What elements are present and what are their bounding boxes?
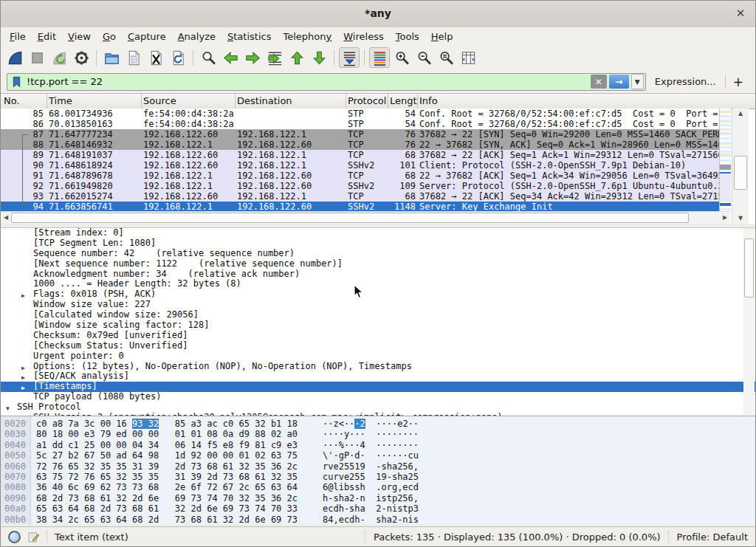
expression-button[interactable]: Expression... bbox=[651, 76, 720, 87]
detail-line[interactable]: ▶[Timestamps] bbox=[1, 382, 755, 392]
scroll-right-icon[interactable]: ▶ bbox=[720, 212, 730, 224]
column-header-length[interactable]: Length bbox=[390, 95, 417, 106]
hex-row[interactable]: 009068 2d 73 68 61 32 2d 6e 69 73 74 70 … bbox=[1, 493, 755, 503]
scroll-left-icon[interactable]: ◀ bbox=[1, 212, 11, 224]
go-forward-button[interactable] bbox=[242, 47, 263, 68]
hex-row[interactable]: 007063 75 72 76 65 32 35 35 31 39 2d 73 … bbox=[1, 472, 755, 482]
filter-clear-button[interactable]: ✕ bbox=[591, 75, 607, 89]
menu-file[interactable]: File bbox=[4, 30, 32, 44]
detail-scroll-thumb[interactable] bbox=[744, 238, 754, 297]
menu-analyze[interactable]: Analyze bbox=[172, 30, 221, 44]
packet-list-hscrollbar[interactable]: ◀ ▶ bbox=[1, 211, 730, 224]
hex-row[interactable]: 0040a1 dd c1 25 00 00 04 34 06 14 f5 e8 … bbox=[1, 440, 755, 450]
colorize-button[interactable] bbox=[369, 47, 390, 68]
go-last-button[interactable] bbox=[309, 47, 329, 68]
packet-row[interactable]: 9371.662015274192.168.122.60192.168.122.… bbox=[1, 191, 720, 202]
zoom-out-button[interactable] bbox=[413, 47, 434, 68]
detail-line[interactable]: [Calculated window size: 29056] bbox=[1, 310, 755, 320]
autoscroll-icon bbox=[341, 49, 358, 66]
hex-row[interactable]: 003080 18 00 e3 79 ed 00 00 01 01 08 0a … bbox=[1, 429, 755, 439]
close-button[interactable]: ✕ bbox=[733, 7, 748, 20]
filter-text[interactable]: !tcp.port == 22 bbox=[27, 76, 588, 87]
detail-line[interactable]: Urgent pointer: 0 bbox=[1, 351, 755, 362]
menu-go[interactable]: Go bbox=[97, 30, 122, 44]
reload-file-button[interactable] bbox=[168, 47, 188, 68]
intelligent-scrollbar-minimap[interactable] bbox=[719, 109, 731, 212]
column-header-no[interactable]: No. bbox=[4, 95, 20, 106]
vscroll-thumb[interactable] bbox=[734, 156, 747, 190]
packet-row[interactable]: 8771.647777234192.168.122.60192.168.122.… bbox=[1, 129, 720, 140]
column-header-time[interactable]: Time bbox=[49, 95, 72, 106]
go-to-packet-button[interactable] bbox=[264, 47, 285, 68]
hex-row[interactable]: 008036 40 6c 69 62 73 73 68 2e 6f 72 67 … bbox=[1, 482, 755, 492]
capture-options-button[interactable] bbox=[71, 47, 92, 68]
detail-line[interactable]: [Next sequence number: 1122 (relative se… bbox=[1, 259, 755, 269]
packet-row[interactable]: 9171.648789678192.168.122.1192.168.122.6… bbox=[1, 171, 720, 181]
packet-row[interactable]: 8971.648191037192.168.122.60192.168.122.… bbox=[1, 150, 720, 160]
zoom-original-button[interactable] bbox=[436, 47, 456, 68]
detail-line[interactable]: ▶Flags: 0x018 (PSH, ACK) bbox=[1, 289, 755, 300]
hex-row[interactable]: 00a065 63 64 68 2d 73 68 61 32 2d 6e 69 … bbox=[1, 503, 755, 514]
detail-line[interactable]: ▶Options: (12 bytes), No-Operation (NOP)… bbox=[1, 362, 755, 372]
packet-row[interactable]: 8871.648146932192.168.122.1192.168.122.6… bbox=[1, 140, 720, 150]
detail-line[interactable]: Checksum: 0x79ed [unverified] bbox=[1, 331, 755, 341]
menu-capture[interactable]: Capture bbox=[122, 30, 172, 44]
menu-statistics[interactable]: Statistics bbox=[221, 30, 278, 44]
packet-row[interactable]: 8568.001734936fe:54:00:d4:38:2aSTP54Conf… bbox=[1, 109, 720, 119]
column-header-destination[interactable]: Destination bbox=[237, 95, 292, 106]
display-filter-input[interactable]: !tcp.port == 22 ✕ → ▼ bbox=[7, 73, 646, 91]
hex-row[interactable]: 006072 76 65 32 35 35 31 39 2d 73 68 61 … bbox=[1, 461, 755, 472]
menu-tools[interactable]: Tools bbox=[390, 30, 425, 44]
column-header-protocol[interactable]: Protocol bbox=[348, 95, 386, 106]
detail-line[interactable]: TCP payload (1080 bytes) bbox=[1, 392, 755, 402]
packet-list-vscrollbar[interactable]: ▲ ▼ bbox=[732, 109, 749, 224]
detail-line[interactable]: Acknowledgment number: 34 (relative ack … bbox=[1, 269, 755, 280]
bookmark-icon[interactable] bbox=[9, 75, 24, 89]
detail-line[interactable]: [Stream index: 0] bbox=[1, 228, 755, 238]
zoom-in-button[interactable] bbox=[391, 47, 412, 68]
packet-row[interactable]: 8670.013850163fe:54:00:d4:38:2aSTP54Conf… bbox=[1, 119, 720, 129]
scroll-up-icon[interactable]: ▲ bbox=[732, 109, 749, 119]
capture-comment-icon[interactable] bbox=[27, 531, 40, 543]
column-header-source[interactable]: Source bbox=[143, 95, 176, 106]
detail-line[interactable]: [TCP Segment Len: 1080] bbox=[1, 238, 755, 249]
detail-line[interactable]: [Checksum Status: Unverified] bbox=[1, 341, 755, 351]
close-file-button[interactable] bbox=[145, 47, 166, 68]
detail-line[interactable]: ▼SSH Protocol bbox=[1, 402, 755, 413]
find-packet-button[interactable] bbox=[198, 47, 219, 68]
hex-row[interactable]: 00505c 27 b2 67 50 ad 64 98 1d 92 00 00 … bbox=[1, 450, 755, 461]
menu-telephony[interactable]: Telephony bbox=[277, 30, 337, 44]
hscroll-thumb[interactable] bbox=[11, 213, 689, 223]
detail-line[interactable]: Window size value: 227 bbox=[1, 300, 755, 310]
save-file-button[interactable]: 010101101011 bbox=[123, 47, 144, 68]
autoscroll-button[interactable] bbox=[339, 47, 360, 68]
open-file-button[interactable] bbox=[101, 47, 122, 68]
menu-view[interactable]: View bbox=[62, 30, 97, 44]
detail-line[interactable]: ▶[SEQ/ACK analysis] bbox=[1, 371, 755, 382]
packet-row[interactable]: 9471.663856741192.168.122.1192.168.122.6… bbox=[1, 202, 720, 212]
menu-help[interactable]: Help bbox=[425, 30, 459, 44]
detail-line[interactable]: 1000 .... = Header Length: 32 bytes (8) bbox=[1, 279, 755, 289]
column-header-info[interactable]: Info bbox=[419, 95, 438, 106]
filter-dropdown-caret[interactable]: ▼ bbox=[631, 74, 644, 89]
expert-info-icon[interactable] bbox=[8, 531, 21, 543]
scroll-down-icon[interactable]: ▼ bbox=[732, 213, 749, 224]
menu-edit[interactable]: Edit bbox=[32, 30, 62, 44]
start-capture-button[interactable] bbox=[4, 47, 25, 68]
packet-row[interactable]: 9271.661949820192.168.122.1192.168.122.6… bbox=[1, 181, 720, 191]
hex-row[interactable]: 00b038 34 2c 65 63 64 68 2d 73 68 61 32 … bbox=[1, 515, 755, 525]
go-back-button[interactable] bbox=[220, 47, 241, 68]
detail-vscrollbar[interactable] bbox=[743, 228, 755, 415]
resize-columns-button[interactable] bbox=[458, 47, 478, 68]
go-first-button[interactable] bbox=[286, 47, 307, 68]
detail-line[interactable]: Sequence number: 42 (relative sequence n… bbox=[1, 249, 755, 259]
restart-capture-button[interactable] bbox=[49, 47, 69, 68]
hex-row[interactable]: 0020c0 a8 7a 3c 00 16 93 32 85 a3 ac c0 … bbox=[1, 419, 755, 429]
add-filter-button[interactable]: + bbox=[731, 75, 749, 89]
packet-row[interactable]: 9071.648618924192.168.122.60192.168.122.… bbox=[1, 160, 720, 171]
stop-capture-button[interactable] bbox=[27, 47, 47, 68]
status-profile[interactable]: Profile: Default bbox=[677, 531, 748, 543]
detail-line[interactable]: [Window size scaling factor: 128] bbox=[1, 320, 755, 331]
filter-apply-button[interactable]: → bbox=[609, 75, 629, 89]
menu-wireless[interactable]: Wireless bbox=[337, 30, 389, 44]
